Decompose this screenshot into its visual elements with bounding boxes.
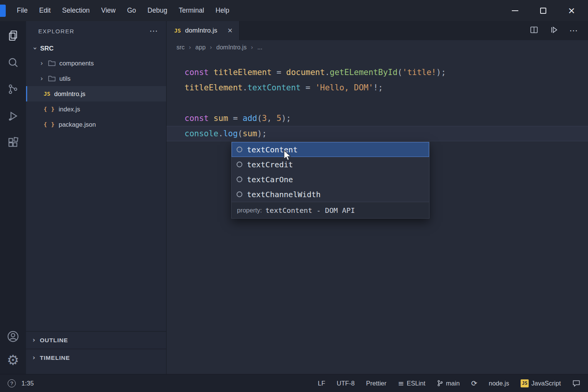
file-tree-item-package-json[interactable]: { }package.json — [26, 117, 166, 132]
code-line[interactable]: console.log(sum); — [167, 126, 588, 141]
code-token: titleElement — [214, 68, 272, 77]
suggest-item-textcarone[interactable]: textCarOne — [232, 172, 429, 187]
menu-item-help[interactable]: Help — [210, 7, 235, 15]
sidebar-sections: ›OUTLINE›TIMELINE — [26, 331, 166, 366]
braces-file-icon: { } — [44, 121, 55, 127]
breadcrumb-item-src[interactable]: src — [176, 44, 185, 51]
status-item-javascript[interactable]: JSJavaScript — [521, 379, 561, 387]
git-branch-icon — [437, 380, 443, 387]
run-file-icon[interactable] — [549, 25, 559, 36]
minimize-icon — [512, 10, 518, 11]
property-circle-icon — [237, 191, 242, 197]
suggest-kind-label: property: — [237, 207, 262, 214]
code-token: . — [243, 83, 248, 92]
code-token: textContent — [247, 83, 301, 92]
tree-root-label: SRC — [40, 45, 54, 52]
code-line[interactable]: const sum = add(3, 5); — [185, 111, 588, 126]
suggest-item-label: textChannelWidth — [247, 190, 321, 199]
tree-root-src[interactable]: › SRC — [26, 41, 166, 56]
more-actions-icon[interactable]: ⋯ — [569, 26, 578, 36]
code-line[interactable] — [185, 95, 588, 111]
code-line[interactable]: const titleElement = document.getELement… — [185, 65, 588, 80]
breadcrumb-item-domintro-js[interactable]: domIntro.js — [216, 44, 247, 51]
search-icon[interactable] — [6, 56, 20, 69]
status-item-node-js[interactable]: node.js — [489, 380, 509, 387]
file-tree-item-utils[interactable]: ›utils — [26, 71, 166, 86]
menu-item-terminal[interactable]: Terminal — [173, 7, 210, 15]
help-question-icon[interactable]: ? — [8, 379, 16, 387]
status-item-label: node.js — [489, 380, 509, 387]
suggest-item-label: textCarOne — [247, 175, 293, 184]
file-tree-item-domintro-js[interactable]: JSdomIntro.js — [26, 86, 166, 101]
status-item-utf-8[interactable]: UTF-8 — [337, 380, 355, 387]
tab-close-icon[interactable]: × — [228, 26, 233, 35]
chevron-right-icon: › — [39, 75, 44, 82]
code-token: = — [272, 68, 286, 77]
vscode-window: FileEditSelectionViewGoDebugTerminalHelp… — [0, 0, 588, 392]
account-icon[interactable] — [6, 330, 20, 343]
app-logo-icon — [0, 5, 6, 17]
activity-bar: ⚙ — [0, 21, 26, 374]
status-item-label: main — [446, 380, 460, 387]
editor-actions: ⋯ — [529, 21, 588, 40]
code-token: !; — [373, 83, 383, 92]
file-tree-item-index-js[interactable]: { }index.js — [26, 101, 166, 117]
maximize-icon — [540, 8, 546, 14]
status-item-sync[interactable]: ⟳ — [471, 380, 477, 387]
code-token: add — [243, 114, 257, 123]
breadcrumb: src›app›domIntro.js›... — [167, 40, 588, 54]
code-token: document — [286, 68, 325, 77]
menu-item-view[interactable]: View — [95, 7, 121, 15]
status-item-lf[interactable]: LF — [318, 380, 325, 387]
folder-icon — [48, 60, 56, 66]
file-label: components — [59, 60, 94, 67]
close-button[interactable]: × — [566, 5, 577, 16]
suggest-item-textcredit[interactable]: textCredit — [232, 157, 429, 172]
cursor-position[interactable]: 1:35 — [21, 380, 34, 387]
breadcrumb-item-app[interactable]: app — [195, 44, 206, 51]
code-token: sum — [243, 129, 257, 138]
breadcrumb-item-[interactable]: ... — [257, 44, 262, 51]
run-debug-icon[interactable] — [6, 109, 20, 123]
property-circle-icon — [237, 147, 242, 152]
minimize-button[interactable] — [509, 5, 521, 16]
chevron-right-icon: › — [39, 60, 44, 67]
menu-item-edit[interactable]: Edit — [33, 7, 56, 15]
code-token: log — [223, 129, 238, 138]
suggest-item-textcontent[interactable]: textContent — [232, 142, 429, 157]
status-item-feedback[interactable] — [572, 380, 580, 387]
js-file-icon: JS — [174, 28, 181, 34]
suggest-item-textchannelwidth[interactable]: textChannelWidth — [232, 187, 429, 202]
code-editor[interactable]: const titleElement = document.getELement… — [167, 54, 588, 141]
status-item-main[interactable]: main — [437, 380, 460, 387]
braces-file-icon: { } — [44, 106, 55, 112]
menu-item-file[interactable]: File — [11, 7, 33, 15]
menu-item-debug[interactable]: Debug — [142, 7, 173, 15]
menu-item-selection[interactable]: Selection — [56, 7, 95, 15]
split-editor-icon[interactable] — [529, 25, 539, 36]
status-item-eslint[interactable]: ≡ESLint — [398, 380, 426, 387]
maximize-button[interactable] — [537, 5, 549, 16]
status-item-label: UTF-8 — [337, 380, 355, 387]
settings-gear-icon[interactable]: ⚙ — [6, 353, 20, 367]
menu-items: FileEditSelectionViewGoDebugTerminalHelp — [11, 7, 235, 15]
suggest-item-label: textContent — [247, 145, 297, 154]
status-left: ? 1:35 — [8, 379, 34, 387]
section-label: OUTLINE — [40, 337, 68, 344]
activity-bar-bottom: ⚙ — [6, 330, 20, 367]
tab-domintro-js[interactable]: JS domIntro.js × — [167, 21, 240, 40]
menubar: FileEditSelectionViewGoDebugTerminalHelp… — [0, 0, 588, 21]
code-line[interactable]: titleElement.textContent = 'Hello, DOM'!… — [185, 80, 588, 95]
explorer-icon[interactable] — [6, 29, 20, 42]
status-item-prettier[interactable]: Prettier — [366, 380, 386, 387]
source-control-icon[interactable] — [6, 82, 20, 96]
file-label: index.js — [59, 106, 80, 113]
section-timeline[interactable]: ›TIMELINE — [26, 349, 166, 366]
status-right: LFUTF-8Prettier≡ESLintmain⟳node.jsJSJava… — [318, 379, 580, 387]
file-label: package.json — [59, 121, 96, 128]
file-tree-item-components[interactable]: ›components — [26, 56, 166, 71]
menu-item-go[interactable]: Go — [121, 7, 142, 15]
extensions-icon[interactable] — [6, 136, 20, 150]
code-token: console — [185, 129, 219, 138]
section-outline[interactable]: ›OUTLINE — [26, 331, 166, 349]
